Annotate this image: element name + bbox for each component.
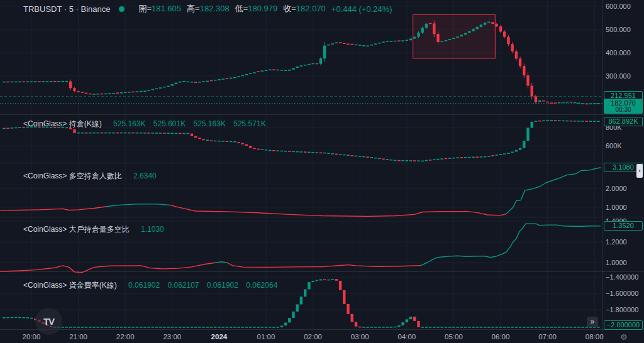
chart-window: TRBUSDT · 5 · Binance 開=181.605 高=182.30…	[0, 0, 644, 343]
indicator-label: <CoinGlass> 資金費率(K線)	[23, 281, 117, 290]
ohlc-open: 開=181.605	[138, 3, 181, 14]
legend-funding-rate[interactable]: <CoinGlass> 資金費率(K線) 0.061902 0.062107 0…	[23, 280, 277, 291]
axis-tick-label: 1.2000	[606, 238, 642, 246]
axis-tick-label: 600K	[606, 142, 642, 150]
price-range-box-annotation	[413, 14, 496, 58]
time-tick-label: 05:00	[445, 333, 463, 340]
legend-open-interest[interactable]: <CoinGlass> 持倉(K線) 525.163K 525.601K 525…	[23, 119, 266, 129]
ohlc-low: 低=180.979	[235, 3, 278, 14]
axis-tick-label: −1.400000	[606, 273, 642, 281]
axis-tick-label: −1.800000	[606, 306, 642, 313]
axis-tick-label: 1.0000	[606, 259, 642, 266]
price-change: +0.444 (+0.24%)	[331, 4, 392, 14]
tradingview-logo-icon[interactable]: TV	[35, 308, 62, 335]
time-tick-label: 08:00	[586, 333, 604, 340]
expand-panel-button[interactable]: »	[587, 317, 598, 327]
axis-tick-label: −1.600000	[606, 290, 642, 297]
value-badge: −2.000000	[604, 320, 643, 330]
value-badge: 1.3520	[604, 221, 643, 231]
time-tick-label: 21:00	[69, 333, 87, 340]
ohlc-close: 收=182.070	[283, 3, 326, 14]
collapse-axis-button[interactable]: ‹	[636, 164, 643, 178]
time-tick-label: 22:00	[116, 333, 135, 340]
axis-tick-label: 2.0000	[606, 185, 642, 192]
symbol-legend[interactable]: TRBUSDT · 5 · Binance 開=181.605 高=182.30…	[23, 4, 392, 14]
indicator-label: <CoinGlass> 多空持倉人數比	[23, 172, 122, 180]
value-badge: 862.892K	[604, 117, 643, 126]
time-tick-label: 20:00	[23, 333, 41, 340]
time-tick-label: 03:00	[351, 333, 369, 340]
axis-tick-label: 400.000	[606, 49, 642, 57]
time-tick-label: 23:00	[163, 333, 181, 340]
last-price-badge: 182.07000:30	[604, 99, 643, 114]
axis-tick-label: 600.000	[606, 3, 642, 10]
time-tick-label: 02:00	[304, 333, 322, 340]
time-tick-label: 07:00	[538, 333, 557, 340]
axis-tick-label: 1.0000	[606, 204, 642, 211]
market-status-icon	[119, 6, 125, 12]
time-tick-label: 01:00	[257, 333, 275, 340]
time-tick-label: 04:00	[397, 333, 416, 340]
axis-tick-label: 300.000	[606, 72, 642, 80]
symbol-title: TRBUSDT · 5 · Binance	[23, 4, 110, 14]
ohlc-high: 高=182.308	[187, 3, 230, 14]
time-tick-label: 06:00	[492, 333, 510, 340]
indicator-label: <CoinGlass> 持倉(K線)	[23, 119, 102, 128]
axis-settings-gear-icon[interactable]: ⚙	[620, 332, 628, 342]
legend-long-short-ratio[interactable]: <CoinGlass> 多空持倉人數比 2.6340	[23, 171, 157, 182]
legend-top-trader-ratio[interactable]: <CoinGlass> 大戶持倉量多空比 1.1030	[23, 224, 164, 235]
indicator-label: <CoinGlass> 大戶持倉量多空比	[23, 225, 130, 234]
time-tick-label: 2024	[211, 333, 228, 340]
axis-tick-label: 500.000	[606, 26, 642, 33]
price-series	[3, 21, 599, 105]
